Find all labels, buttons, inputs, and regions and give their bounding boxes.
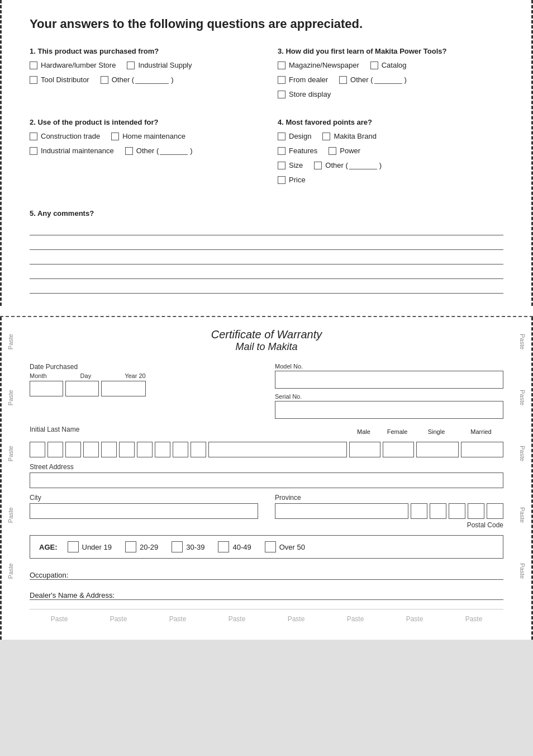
- postal-3[interactable]: [449, 503, 465, 519]
- age-30-39[interactable]: 30-39: [172, 541, 204, 552]
- comment-line-2[interactable]: [30, 237, 503, 250]
- name-box-5[interactable]: [119, 442, 135, 457]
- q2-option-industrial[interactable]: Industrial maintenance: [30, 147, 114, 155]
- model-input[interactable]: [275, 371, 503, 389]
- female-box[interactable]: [383, 442, 414, 457]
- q4-option-price[interactable]: Price: [278, 176, 306, 184]
- checkbox-dealer[interactable]: [278, 76, 285, 84]
- checkbox-price[interactable]: [278, 176, 285, 184]
- checkbox-hardware[interactable]: [30, 62, 37, 69]
- name-box-last[interactable]: [208, 442, 347, 457]
- name-box-2[interactable]: [65, 442, 81, 457]
- age-checkbox-40-49[interactable]: [218, 541, 229, 552]
- day-input[interactable]: [65, 381, 99, 396]
- q1-option-hardware[interactable]: Hardware/lumber Store: [30, 61, 116, 69]
- comment-line-5[interactable]: [30, 280, 503, 294]
- month-input[interactable]: [30, 381, 63, 396]
- serial-input[interactable]: [275, 401, 503, 419]
- name-box-4[interactable]: [101, 442, 117, 457]
- name-box-7[interactable]: [155, 442, 170, 457]
- checkbox-industrial[interactable]: [127, 62, 135, 69]
- checkbox-store[interactable]: [278, 91, 285, 98]
- dealer-section: Dealer's Name & Address:: [30, 585, 503, 600]
- age-section: AGE: Under 19 20-29 30-39 40-49 Over 50: [30, 535, 503, 559]
- comment-line-1[interactable]: [30, 222, 503, 235]
- q1-option-tool[interactable]: Tool Distributor: [30, 75, 89, 84]
- month-label: Month: [30, 372, 47, 379]
- street-input[interactable]: [30, 472, 503, 488]
- age-under19[interactable]: Under 19: [68, 541, 112, 552]
- age-30-39-label: 30-39: [186, 543, 204, 551]
- postal-5[interactable]: [487, 503, 503, 519]
- comment-line-4[interactable]: [30, 266, 503, 279]
- q3-option-store[interactable]: Store display: [278, 90, 331, 98]
- age-checkbox-30-39[interactable]: [172, 541, 183, 552]
- checkbox-industrial-maint[interactable]: [30, 147, 37, 155]
- q1-option-industrial[interactable]: Industrial Supply: [127, 61, 192, 69]
- q3-option-magazine[interactable]: Magazine/Newspaper: [278, 61, 359, 69]
- city-province-section: City Province Postal Code: [30, 494, 503, 531]
- q2-option-home[interactable]: Home maintenance: [111, 132, 185, 140]
- name-gender-grid: Initial Last Name Male Female Single Mar…: [30, 426, 503, 435]
- checkbox-other-q2[interactable]: [125, 147, 133, 155]
- checkbox-catalog[interactable]: [370, 62, 378, 69]
- q3-option-catalog[interactable]: Catalog: [370, 61, 407, 69]
- q3-option-dealer[interactable]: From dealer: [278, 75, 328, 84]
- postal-1[interactable]: [411, 503, 427, 519]
- q4-option-makita[interactable]: Makita Brand: [322, 132, 377, 140]
- checkbox-home[interactable]: [111, 133, 119, 140]
- name-box-3[interactable]: [83, 442, 99, 457]
- married-box[interactable]: [461, 442, 503, 457]
- q2-option-construction[interactable]: Construction trade: [30, 132, 100, 140]
- q4-option-features[interactable]: Features: [278, 147, 317, 155]
- province-input[interactable]: [275, 503, 408, 519]
- q4-option-design[interactable]: Design: [278, 132, 311, 140]
- main-title: Your answers to the following questions …: [30, 17, 503, 31]
- checkbox-tool[interactable]: [30, 76, 37, 84]
- city-input[interactable]: [30, 503, 258, 519]
- name-box-8[interactable]: [173, 442, 188, 457]
- checkbox-size[interactable]: [278, 162, 285, 169]
- checkbox-makita[interactable]: [322, 133, 330, 140]
- checkbox-other-q4[interactable]: [314, 162, 322, 169]
- name-box-9[interactable]: [191, 442, 206, 457]
- q4-option-size[interactable]: Size: [278, 161, 303, 169]
- postal-2[interactable]: [430, 503, 446, 519]
- date-purchased-label: Date Purchased: [30, 363, 258, 371]
- checkbox-other-q3[interactable]: [339, 76, 347, 84]
- power-label: Power: [340, 147, 360, 155]
- name-box-6[interactable]: [137, 442, 153, 457]
- q5-label: 5. Any comments?: [30, 209, 503, 218]
- checkbox-other-q1[interactable]: [101, 76, 108, 84]
- postal-4[interactable]: [468, 503, 484, 519]
- checkbox-magazine[interactable]: [278, 62, 285, 69]
- q3-option-other[interactable]: Other ( ): [339, 75, 407, 84]
- age-checkbox-20-29[interactable]: [125, 541, 136, 552]
- question-3: 3. How did you first learn of Makita Pow…: [278, 47, 503, 105]
- checkbox-features[interactable]: [278, 147, 285, 155]
- q1-option-other[interactable]: Other ( ): [101, 75, 174, 84]
- male-box[interactable]: [349, 442, 380, 457]
- q4-option-other[interactable]: Other ( ): [314, 161, 382, 169]
- paste-side-left-5: Paste: [7, 563, 14, 579]
- city-prov-row: City Province: [30, 494, 503, 519]
- q4-option-power[interactable]: Power: [329, 147, 360, 155]
- street-label: Street Address: [30, 463, 503, 471]
- age-checkbox-over50[interactable]: [265, 541, 276, 552]
- age-40-49[interactable]: 40-49: [218, 541, 251, 552]
- initial-box-1[interactable]: [30, 442, 45, 457]
- year-input[interactable]: [101, 381, 146, 396]
- age-over50[interactable]: Over 50: [265, 541, 305, 552]
- checkbox-power[interactable]: [329, 147, 336, 155]
- age-checkbox-under19[interactable]: [68, 541, 79, 552]
- single-box[interactable]: [416, 442, 459, 457]
- comment-line-3[interactable]: [30, 251, 503, 264]
- construction-label: Construction trade: [41, 132, 100, 140]
- q2-option-other[interactable]: Other ( ): [125, 147, 193, 155]
- checkbox-construction[interactable]: [30, 133, 37, 140]
- name-box-1[interactable]: [47, 442, 63, 457]
- age-20-29[interactable]: 20-29: [125, 541, 158, 552]
- model-label: Model No.: [275, 363, 503, 370]
- province-col: Province: [275, 494, 503, 519]
- checkbox-design[interactable]: [278, 133, 285, 140]
